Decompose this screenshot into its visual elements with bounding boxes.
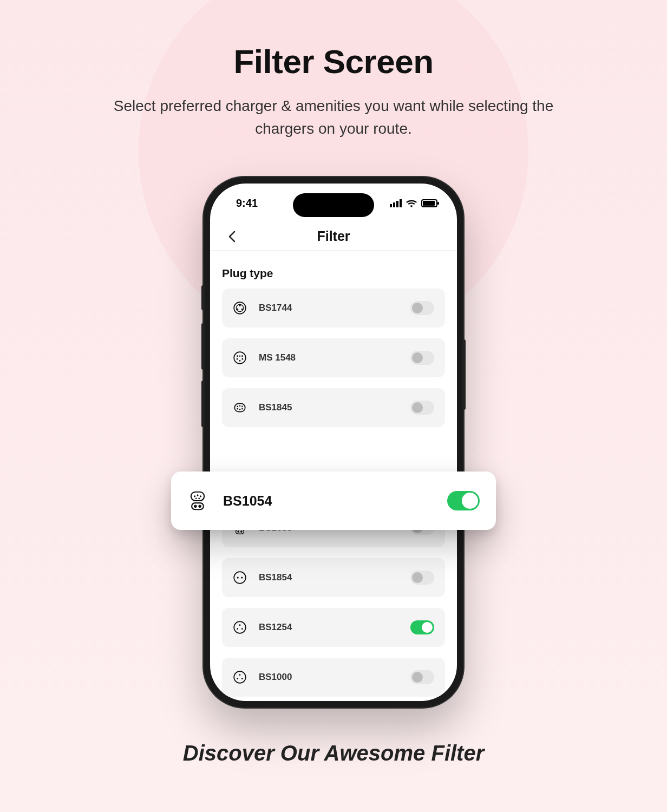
dynamic-island xyxy=(293,193,374,217)
svg-point-41 xyxy=(197,494,198,496)
svg-point-18 xyxy=(241,408,243,410)
plug-row[interactable]: BS1854 xyxy=(222,558,445,597)
svg-point-9 xyxy=(237,358,238,360)
page-title: Filter Screen xyxy=(0,0,667,81)
plug-label: MS 1548 xyxy=(259,352,398,363)
plug-row[interactable]: BS1845 xyxy=(222,388,445,427)
svg-point-40 xyxy=(194,495,195,497)
svg-point-35 xyxy=(234,671,246,683)
svg-point-36 xyxy=(239,674,241,676)
svg-point-47 xyxy=(198,505,201,507)
back-button[interactable] xyxy=(222,227,241,246)
plug-row[interactable]: BS1000 xyxy=(222,658,445,697)
svg-point-30 xyxy=(241,577,243,578)
svg-point-46 xyxy=(194,505,197,507)
status-indicators xyxy=(390,199,437,207)
svg-point-42 xyxy=(200,495,201,497)
svg-rect-39 xyxy=(191,492,204,501)
status-time: 9:41 xyxy=(236,197,258,209)
toggle-knob xyxy=(412,402,423,413)
plug-label: BS1744 xyxy=(259,303,398,313)
side-button xyxy=(201,381,205,427)
phone-frame: 9:41 Filter Plug type BS1744MS 1548BS184… xyxy=(204,177,463,708)
svg-point-11 xyxy=(239,360,241,362)
plug-toggle[interactable] xyxy=(410,620,434,634)
side-button xyxy=(201,285,205,310)
plug-icon xyxy=(233,670,247,684)
svg-point-16 xyxy=(237,408,238,410)
side-button xyxy=(201,323,205,370)
plug-icon xyxy=(233,301,247,315)
phone-mockup: 9:41 Filter Plug type BS1744MS 1548BS184… xyxy=(204,177,463,708)
svg-point-34 xyxy=(241,628,243,630)
plug-toggle[interactable] xyxy=(447,491,480,510)
toggle-knob xyxy=(412,572,423,583)
svg-point-6 xyxy=(237,355,238,357)
plug-label: BS1254 xyxy=(259,622,398,633)
cellular-icon xyxy=(390,199,402,207)
svg-point-15 xyxy=(241,406,243,408)
svg-point-0 xyxy=(234,302,246,314)
svg-point-43 xyxy=(195,498,197,500)
svg-point-13 xyxy=(237,406,238,408)
svg-point-14 xyxy=(239,405,241,407)
svg-point-26 xyxy=(237,531,239,533)
plug-toggle[interactable] xyxy=(410,401,434,415)
toggle-knob xyxy=(412,303,423,313)
svg-point-44 xyxy=(198,498,200,500)
svg-point-2 xyxy=(239,305,240,306)
section-title: Plug type xyxy=(210,251,457,289)
svg-rect-25 xyxy=(236,529,244,534)
plug-toggle[interactable] xyxy=(410,351,434,365)
svg-point-38 xyxy=(241,678,243,679)
svg-point-10 xyxy=(241,358,243,360)
svg-point-8 xyxy=(239,356,240,357)
plug-icon xyxy=(187,490,208,511)
page-subtitle: Select preferred charger & amenities you… xyxy=(103,95,564,140)
svg-point-7 xyxy=(241,355,243,357)
plug-toggle[interactable] xyxy=(410,670,434,684)
svg-point-4 xyxy=(241,309,243,310)
svg-point-33 xyxy=(237,628,238,630)
plug-icon xyxy=(233,571,247,585)
svg-point-27 xyxy=(240,531,243,533)
side-button xyxy=(462,339,466,410)
plug-icon xyxy=(233,351,247,365)
toggle-knob xyxy=(462,493,478,509)
plug-label: BS1854 xyxy=(259,572,398,583)
plug-row[interactable]: BS1254 xyxy=(222,608,445,647)
svg-rect-12 xyxy=(234,403,245,411)
toggle-knob xyxy=(412,672,423,683)
highlighted-plug-row[interactable]: BS1054 xyxy=(171,472,496,530)
plug-label: BS1000 xyxy=(259,672,398,683)
toggle-knob xyxy=(422,622,433,633)
plug-label: BS1845 xyxy=(259,402,398,413)
plug-label: BS1054 xyxy=(223,493,432,509)
phone-screen: 9:41 Filter Plug type BS1744MS 1548BS184… xyxy=(210,184,457,701)
svg-point-3 xyxy=(237,309,238,310)
chevron-left-icon xyxy=(228,231,236,243)
plug-toggle[interactable] xyxy=(410,571,434,585)
svg-point-29 xyxy=(237,577,239,578)
svg-point-5 xyxy=(234,352,246,364)
svg-point-28 xyxy=(234,572,246,584)
plug-toggle[interactable] xyxy=(410,301,434,315)
svg-point-17 xyxy=(239,409,241,410)
plug-row[interactable]: BS1744 xyxy=(222,289,445,328)
svg-point-37 xyxy=(237,678,238,679)
plug-icon xyxy=(233,620,247,634)
plug-row[interactable]: MS 1548 xyxy=(222,338,445,377)
nav-bar: Filter xyxy=(210,222,457,251)
screen-title: Filter xyxy=(317,228,350,244)
svg-rect-45 xyxy=(192,503,204,509)
toggle-knob xyxy=(412,352,423,363)
svg-point-32 xyxy=(239,624,241,626)
plug-icon xyxy=(233,401,247,415)
svg-point-31 xyxy=(234,621,246,633)
battery-icon xyxy=(421,199,437,207)
footer-tagline: Discover Our Awesome Filter xyxy=(0,741,667,765)
wifi-icon xyxy=(406,199,417,207)
